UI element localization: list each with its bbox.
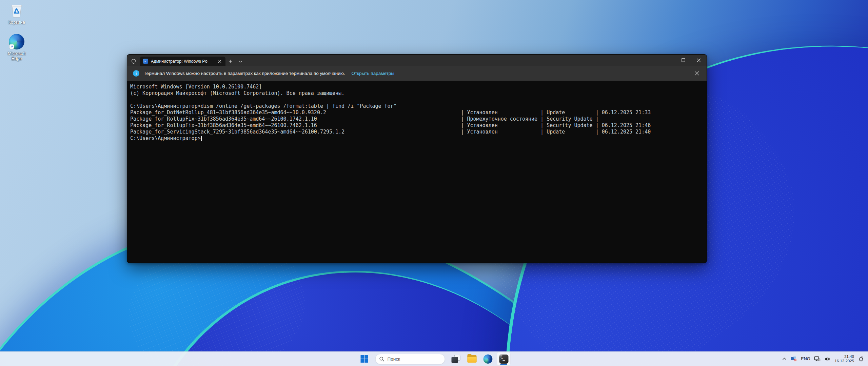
tray-show-hidden-icons-button[interactable] (782, 358, 787, 360)
tray-time: 21:40 (834, 354, 854, 359)
desktop-icon-label: Microsoft Edge (8, 51, 26, 61)
search-box[interactable]: Поиск (375, 354, 445, 364)
admin-shield-icon (127, 57, 140, 66)
edge-icon: ↗ (9, 34, 24, 49)
file-explorer-button[interactable] (465, 352, 479, 366)
edge-button[interactable] (481, 352, 495, 366)
banner-text: Терминал Windows можно настроить в парам… (144, 71, 345, 76)
language-indicator[interactable]: ENG (801, 357, 810, 361)
minimize-button[interactable] (660, 55, 675, 66)
tab-close-icon[interactable] (217, 58, 223, 64)
tab-dropdown-button[interactable] (236, 57, 245, 66)
search-placeholder: Поиск (388, 357, 400, 362)
new-tab-button[interactable] (225, 57, 236, 66)
desktop-icon-microsoft-edge[interactable]: ↗ Microsoft Edge (2, 34, 31, 61)
tab-title: Администратор: Windows Po (151, 59, 214, 64)
taskbar: Поиск >_ ENG (0, 351, 868, 366)
edge-icon (483, 354, 492, 364)
open-settings-link[interactable]: Открыть параметры (352, 71, 394, 76)
start-button[interactable] (358, 352, 371, 366)
powershell-icon: >_ (143, 59, 148, 64)
terminal-output: Microsoft Windows [Version 10.0.26100.74… (130, 84, 707, 135)
folder-icon (467, 355, 476, 363)
start-icon (360, 355, 369, 363)
windows-terminal-window: >_ Администратор: Windows Po (127, 54, 707, 263)
desktop-icon-recycle-bin[interactable]: Корзина (2, 3, 31, 25)
volume-icon[interactable] (825, 357, 830, 362)
banner-close-icon[interactable] (695, 71, 699, 76)
shortcut-arrow-icon: ↗ (9, 44, 14, 49)
recycle-bin-icon (9, 3, 24, 18)
tray-date: 16.12.2025 (834, 359, 854, 364)
desktop-icon-label: Корзина (8, 20, 25, 25)
network-icon[interactable] (814, 356, 821, 362)
default-terminal-banner: i Терминал Windows можно настроить в пар… (127, 66, 707, 81)
desktop-wallpaper: Корзина ↗ Microsoft Edge >_ Администрато… (0, 0, 868, 366)
terminal-button[interactable]: >_ (497, 352, 511, 366)
tray-clock[interactable]: 21:40 16.12.2025 (834, 354, 854, 364)
terminal-cursor (201, 136, 202, 141)
task-view-icon (452, 355, 460, 363)
terminal-titlebar[interactable]: >_ Администратор: Windows Po (127, 55, 707, 66)
terminal-icon: >_ (499, 354, 508, 364)
info-icon: i (133, 70, 139, 77)
search-icon (379, 357, 384, 362)
focus-assist-bell-icon[interactable]: z z (858, 356, 864, 362)
terminal-content[interactable]: Microsoft Windows [Version 10.0.26100.74… (127, 81, 707, 263)
close-window-button[interactable] (691, 55, 707, 66)
maximize-button[interactable] (675, 55, 691, 66)
terminal-prompt: C:\Users\Администратор> (130, 135, 201, 142)
svg-text:z: z (862, 356, 863, 358)
terminal-tab[interactable]: >_ Администратор: Windows Po (140, 57, 225, 66)
task-view-button[interactable] (449, 352, 463, 366)
device-status-icon[interactable] (791, 356, 797, 362)
